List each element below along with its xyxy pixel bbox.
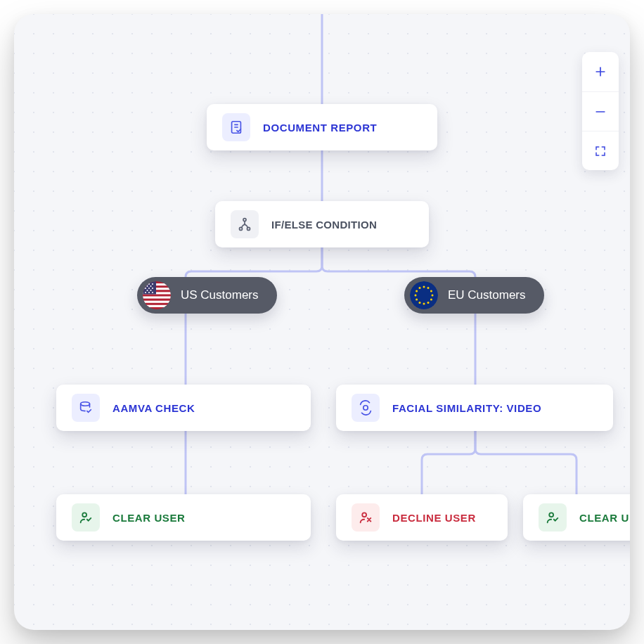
svg-point-26 xyxy=(145,292,146,293)
svg-point-24 xyxy=(147,290,148,291)
pill-label: US Customers xyxy=(181,288,259,302)
svg-point-33 xyxy=(432,295,434,297)
svg-point-23 xyxy=(152,288,153,289)
database-check-icon xyxy=(72,394,100,422)
workflow-canvas[interactable]: DOCUMENT REPORT IF/ELSE CONDITION xyxy=(14,14,630,630)
node-clear-user-right[interactable]: CLEAR U xyxy=(523,494,630,541)
zoom-out-button[interactable] xyxy=(582,91,619,131)
user-x-icon xyxy=(352,503,380,532)
node-label: DECLINE USER xyxy=(392,512,476,524)
svg-point-46 xyxy=(549,513,553,517)
branch-icon xyxy=(231,210,259,238)
pill-label: EU Customers xyxy=(448,288,526,302)
svg-rect-14 xyxy=(143,305,171,307)
svg-rect-13 xyxy=(143,301,171,303)
svg-point-28 xyxy=(152,292,153,293)
svg-point-42 xyxy=(81,402,90,406)
fullscreen-button[interactable] xyxy=(582,131,619,170)
svg-point-16 xyxy=(145,283,146,285)
svg-point-29 xyxy=(410,281,438,309)
node-decline-user[interactable]: DECLINE USER xyxy=(336,494,508,541)
svg-point-45 xyxy=(362,513,366,517)
svg-point-31 xyxy=(427,287,430,289)
node-label: IF/ELSE CONDITION xyxy=(271,219,377,231)
face-scan-icon xyxy=(352,394,380,422)
us-flag-icon xyxy=(143,281,171,309)
svg-point-34 xyxy=(430,299,432,301)
node-label: AAMVA CHECK xyxy=(112,402,195,414)
user-check-icon xyxy=(72,503,100,532)
branch-pill-eu[interactable]: EU Customers xyxy=(404,277,544,314)
node-if-else[interactable]: IF/ELSE CONDITION xyxy=(215,201,429,247)
svg-point-40 xyxy=(416,290,418,292)
svg-point-39 xyxy=(415,295,417,297)
node-facial-similarity[interactable]: FACIAL SIMILARITY: VIDEO xyxy=(336,385,613,431)
svg-point-21 xyxy=(145,288,146,289)
node-label: DOCUMENT REPORT xyxy=(263,122,377,134)
svg-point-25 xyxy=(150,290,152,291)
svg-point-19 xyxy=(147,285,148,287)
svg-point-17 xyxy=(148,283,150,285)
user-check-icon xyxy=(539,503,567,532)
workflow-canvas-frame: DOCUMENT REPORT IF/ELSE CONDITION xyxy=(14,14,630,630)
svg-point-43 xyxy=(363,406,368,410)
node-label: FACIAL SIMILARITY: VIDEO xyxy=(392,402,541,414)
svg-point-22 xyxy=(148,288,150,289)
svg-point-36 xyxy=(423,303,425,305)
plus-icon xyxy=(593,65,607,79)
minus-icon xyxy=(593,105,607,119)
svg-point-44 xyxy=(82,513,86,517)
svg-point-41 xyxy=(419,287,421,289)
svg-point-20 xyxy=(150,285,152,287)
svg-point-37 xyxy=(419,302,421,304)
svg-point-27 xyxy=(148,292,150,293)
svg-point-30 xyxy=(423,286,425,288)
svg-point-38 xyxy=(416,299,418,301)
svg-rect-12 xyxy=(143,297,171,299)
document-icon xyxy=(222,113,250,141)
node-aamva-check[interactable]: AAMVA CHECK xyxy=(56,385,311,431)
node-clear-user-left[interactable]: CLEAR USER xyxy=(56,494,311,541)
eu-flag-icon xyxy=(410,281,438,309)
svg-point-18 xyxy=(152,283,153,285)
expand-icon xyxy=(594,145,607,157)
node-label: CLEAR USER xyxy=(112,512,186,524)
node-document-report[interactable]: DOCUMENT REPORT xyxy=(207,104,437,150)
zoom-in-button[interactable] xyxy=(582,52,619,91)
branch-pill-us[interactable]: US Customers xyxy=(137,277,277,314)
zoom-controls xyxy=(582,52,619,170)
svg-point-32 xyxy=(430,290,432,292)
svg-point-35 xyxy=(427,302,430,304)
node-label: CLEAR U xyxy=(579,512,629,524)
